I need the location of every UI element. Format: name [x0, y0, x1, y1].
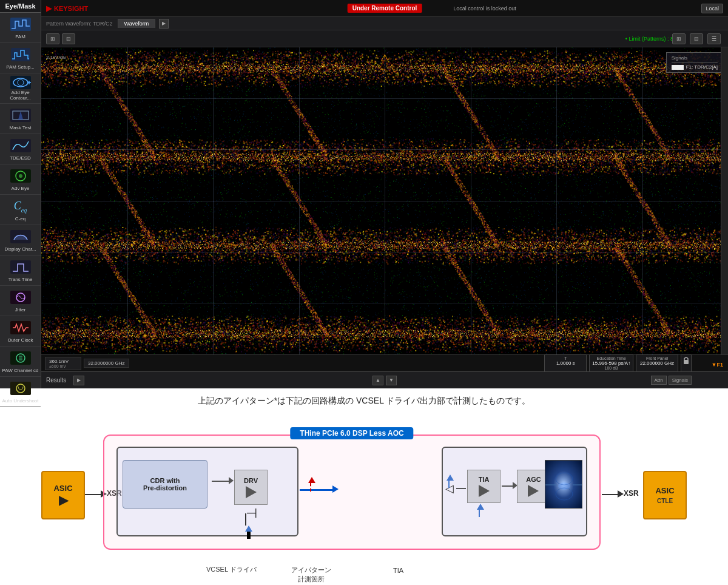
asic-left-play-icon: ▶	[59, 493, 68, 507]
tab-waveform[interactable]: Waveform	[118, 19, 156, 28]
sidebar-item-pam[interactable]: PAM	[0, 13, 41, 43]
arrow-up-red	[308, 477, 315, 483]
tab-bar: Pattern Waveform: TDR/C2 Waveform ▶	[41, 17, 728, 30]
sidebar-item-jitter[interactable]: Jitter	[0, 286, 41, 316]
arrow-head-drv	[229, 477, 234, 484]
sidebar-tde-label: TDE/ESD	[10, 156, 31, 161]
stat-time: T 1.0000 s	[544, 354, 587, 372]
right-stats: T 1.0000 s Education Time 15.996-598 ps/…	[544, 354, 692, 372]
dashed-line-drv	[247, 532, 251, 539]
svg-rect-23	[684, 360, 689, 364]
sidebar-outer-clock-label: Outer Clock	[7, 338, 33, 343]
results-down-button[interactable]: ▼	[386, 376, 397, 385]
jitter-icon	[10, 288, 32, 306]
local-button[interactable]: Local	[701, 4, 723, 13]
sidebar-item-ceq[interactable]: Ceq C-eq	[0, 195, 41, 225]
trans-time-icon	[10, 258, 32, 276]
sidebar-item-tde[interactable]: TDE/ESD	[0, 134, 41, 164]
adv-eye-icon	[10, 167, 32, 185]
rx-circuit-box: ◁ TIA	[442, 447, 587, 536]
arrow-tia-to-agc	[502, 485, 514, 487]
keysight-logo-text: KEYSIGHT	[54, 5, 88, 12]
limit-controls: ⊞ ⊟ ☰	[672, 33, 723, 44]
stat-education: Education Time 15.996-598 ps/A↑ 100 dB	[589, 354, 633, 372]
sidebar-item-add-eye[interactable]: Add Eye Contour...	[0, 73, 41, 104]
instrument-panel: Eye/Mask PAM PAM Setup...	[0, 0, 728, 388]
limit-shrink-button[interactable]: ⊟	[690, 33, 703, 44]
attn-button[interactable]: Attn	[651, 376, 667, 385]
diagram-section: 上記のアイパターン*は下記の回路構成の VCSEL ドライバ出力部で計測したもの…	[0, 388, 728, 585]
stat-front-panel: Front Panel 22.000000 GHz	[636, 354, 678, 372]
control-bar: ⊞ ⊟ • Limit (Patterns) : 854 ⊞ ⊟ ☰	[41, 30, 728, 47]
limit-menu-button[interactable]: ☰	[707, 33, 721, 44]
sidebar-mask-test-label: Mask Test	[10, 126, 32, 131]
block-diagram: ASIC ▶ XSR THine PCIe 6.0 DSP Less AOC C…	[30, 416, 698, 574]
add-eye-icon	[10, 76, 32, 89]
sidebar-pam-label: PAM	[15, 35, 25, 40]
drv-triangle-icon	[246, 486, 257, 498]
zoom-fit-button[interactable]: ⊞	[46, 33, 59, 44]
stat-voltage: 360.1mV ±600 mV	[45, 357, 81, 370]
sidebar-item-outer-clock[interactable]: Outer Clock	[0, 316, 41, 347]
drv-box: DRV	[234, 470, 268, 505]
eye-mini	[545, 460, 582, 509]
zoom-button[interactable]: ⊟	[62, 33, 75, 44]
arrow-head-xsr-right	[618, 490, 624, 498]
results-bar: Results ▶ ▲ ▼ Attn Signals	[41, 371, 728, 388]
sidebar-display-char-label: Display Char...	[4, 247, 36, 252]
tx-circuit-box: CDR withPre-distortion DRV ⊤	[116, 447, 298, 536]
results-label: Results	[46, 377, 66, 384]
sidebar-auto-undershoot-label: Auto Undershoot	[2, 399, 38, 404]
sidebar-item-trans-time[interactable]: Trans Time	[0, 255, 41, 286]
drv-label: DRV	[244, 477, 258, 484]
tia-label: TIA	[479, 476, 490, 483]
display-char-icon	[10, 228, 32, 246]
arrow-cdr-to-drv	[212, 481, 230, 482]
ctle-label: CTLE	[657, 498, 673, 504]
sidebar-jitter-label: Jitter	[15, 308, 25, 313]
results-play-button[interactable]: ▶	[73, 376, 84, 385]
local-locked-text: Local control is locked out	[453, 5, 516, 12]
sidebar-ceq-label: C-eq	[15, 217, 25, 222]
diagram-caption: 上記のアイパターン*は下記の回路構成の VCSEL ドライバ出力部で計測したもの…	[198, 396, 531, 407]
signals-button[interactable]: Signals	[669, 376, 692, 385]
scrollbar-right[interactable]	[721, 47, 728, 354]
sidebar-item-adv-eye[interactable]: Adv Eye	[0, 164, 41, 195]
outer-clock-icon	[10, 319, 32, 337]
play-button[interactable]: ▶	[159, 19, 169, 29]
sidebar-trans-time-label: Trans Time	[8, 277, 33, 283]
f1-label: ▼F1	[712, 362, 723, 368]
aoc-label: THine PCIe 6.0 DSP Less AOC	[290, 427, 413, 439]
agc-label: AGC	[526, 476, 541, 483]
pam-setup-icon	[10, 46, 32, 64]
pattern-bar: Pattern Waveform: TDR/C2	[46, 21, 113, 27]
sidebar-item-pam-setup[interactable]: PAM Setup...	[0, 43, 41, 73]
arrow-up-drv	[245, 526, 252, 532]
arrow-box-to-xsr-right	[602, 494, 619, 495]
diode-stem	[245, 513, 246, 526]
asic-right-label: ASIC	[655, 486, 674, 495]
remote-control-badge: Under Remote Control	[348, 4, 422, 13]
mask-test-icon	[10, 106, 32, 124]
lock-icon[interactable]	[681, 354, 692, 372]
arrow-pd-to-tia	[456, 488, 466, 489]
asic-right-box: ASIC CTLE	[643, 471, 687, 519]
results-right-buttons: Attn Signals	[651, 376, 692, 385]
outer-aoc-box: THine PCIe 6.0 DSP Less AOC CDR withPre-…	[103, 435, 601, 550]
limit-text: • Limit (Patterns) : 854	[625, 36, 679, 42]
tia-below-label: TIA	[393, 567, 403, 574]
stat-frequency: 32.0000000 GHz	[84, 359, 129, 368]
sidebar-title: Eye/Mask	[5, 2, 35, 10]
tia-arrow-stem	[479, 510, 480, 517]
sidebar-add-eye-label: Add Eye Contour...	[1, 90, 39, 101]
sidebar-adv-eye-label: Adv Eye	[12, 186, 30, 192]
agc-triangle-icon	[528, 485, 539, 497]
cdr-box: CDR withPre-distortion	[123, 460, 207, 509]
sidebar-pam-setup-label: PAM Setup...	[6, 65, 35, 70]
eye-diagram-canvas	[41, 47, 728, 354]
sidebar-item-mask-test[interactable]: Mask Test	[0, 104, 41, 134]
limit-expand-button[interactable]: ⊞	[672, 33, 686, 44]
sidebar-item-display-char[interactable]: Display Char...	[0, 225, 41, 255]
results-up-button[interactable]: ▲	[372, 376, 383, 385]
optical-link-line	[300, 489, 334, 491]
